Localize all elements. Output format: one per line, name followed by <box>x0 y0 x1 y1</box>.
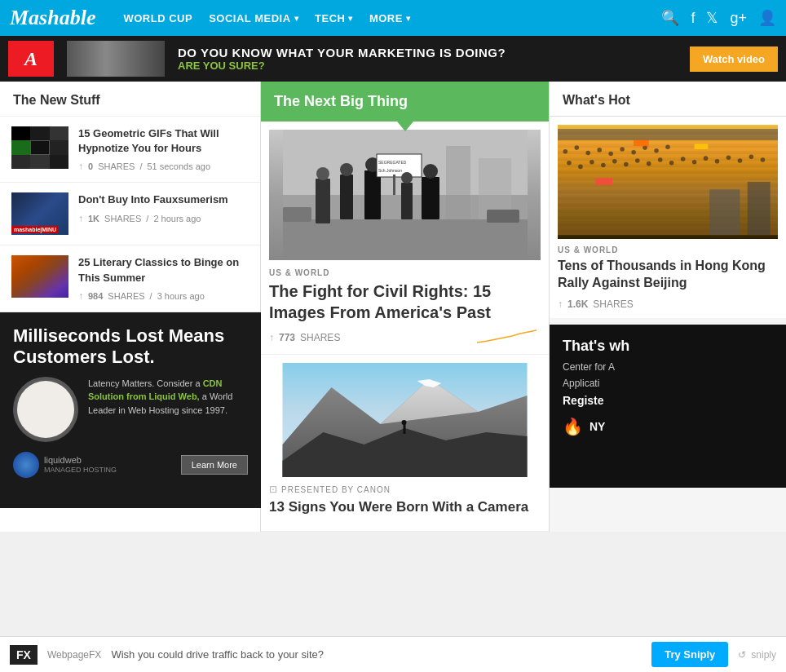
svg-text:Sch.Johnson: Sch.Johnson <box>378 168 402 173</box>
shares-label: SHARES <box>300 332 340 343</box>
shares-info: ↑ 773 SHARES <box>269 332 340 343</box>
svg-point-4 <box>316 167 329 180</box>
feature-article[interactable]: SEGREGATED Sch.Johnson <box>261 122 549 355</box>
chevron-down-icon: ▾ <box>348 14 353 23</box>
banner-image <box>67 41 165 77</box>
svg-point-38 <box>665 144 670 149</box>
svg-rect-7 <box>364 170 381 219</box>
presented-by-label: ⊡ PRESENTED BY CANON <box>269 484 541 495</box>
svg-rect-62 <box>748 182 771 235</box>
site-logo[interactable]: Mashable <box>10 6 95 30</box>
article-title: Tens of Thousands in Hong Kong Rally Aga… <box>558 258 778 292</box>
svg-point-27 <box>402 420 407 425</box>
main-content: The New Stuff 15 Geometric GIFs That Wil… <box>0 82 786 532</box>
svg-rect-58 <box>695 144 709 149</box>
svg-rect-12 <box>393 175 395 195</box>
share-icon: ↑ <box>78 161 83 172</box>
article-meta: ↑ 0 SHARES / 51 seconds ago <box>78 161 249 172</box>
ad-clock-image <box>13 377 78 442</box>
separator: / <box>146 214 148 223</box>
right-article[interactable]: US & WORLD Tens of Thousands in Hong Kon… <box>550 117 786 318</box>
svg-point-31 <box>585 151 590 156</box>
svg-point-56 <box>761 157 766 162</box>
googleplus-icon[interactable]: g+ <box>730 10 747 27</box>
article-title: 15 Geometric GIFs That Will Hypnotize Yo… <box>78 126 249 156</box>
article-thumbnail <box>11 255 68 298</box>
svg-rect-9 <box>377 154 422 177</box>
article-meta: ↑ 1.6K SHARES <box>558 298 778 310</box>
facebook-icon[interactable]: f <box>691 10 695 27</box>
banner-ad: A DO YOU KNOW WHAT YOUR MARKETING IS DOI… <box>0 36 786 82</box>
list-item[interactable]: mashable|MINU Don't Buy Into Fauxsumeris… <box>0 183 260 245</box>
article-thumbnail <box>11 126 68 169</box>
svg-point-52 <box>715 159 720 164</box>
right-advertisement: That's wh Center for A Applicati Registe… <box>550 325 786 488</box>
svg-point-30 <box>574 145 579 150</box>
shares-count: 0 <box>88 161 93 171</box>
shares-label: SHARES <box>593 298 633 310</box>
article-tag: US & WORLD <box>269 268 541 277</box>
share-icon: ↑ <box>78 290 83 302</box>
time-ago: 2 hours ago <box>153 214 201 223</box>
learn-more-button[interactable]: Learn More <box>181 455 248 475</box>
svg-rect-5 <box>340 175 353 219</box>
svg-rect-13 <box>401 183 413 219</box>
shares-count: 1K <box>88 214 99 223</box>
svg-point-29 <box>563 149 568 154</box>
svg-rect-19 <box>283 207 311 222</box>
svg-rect-3 <box>316 179 330 223</box>
nav-links: WORLD CUP SOCIAL MEDIA ▾ TECH ▾ MORE ▾ <box>115 0 661 36</box>
article-meta: ↑ 984 SHARES / 3 hours ago <box>78 290 249 302</box>
search-icon[interactable]: 🔍 <box>661 9 679 27</box>
nav-world-cup[interactable]: WORLD CUP <box>115 0 201 36</box>
shares-count: 1.6K <box>567 298 588 310</box>
article-meta: ↑ 1K SHARES / 2 hours ago <box>78 213 249 224</box>
article-title: Don't Buy Into Fauxsumerism <box>78 192 249 207</box>
center-column: The Next Big Thing <box>261 82 550 532</box>
ad-footer: liquidweb MANAGED HOSTING Learn More <box>13 452 248 478</box>
time-ago: 3 hours ago <box>157 291 205 301</box>
svg-text:SEGREGATED: SEGREGATED <box>378 160 407 165</box>
article-body: 25 Literary Classics to Binge on This Su… <box>78 255 249 301</box>
svg-point-48 <box>669 161 674 166</box>
svg-point-47 <box>658 157 663 162</box>
second-article[interactable]: ⊡ PRESENTED BY CANON 13 Signs You Were B… <box>261 355 549 532</box>
svg-point-14 <box>401 172 413 183</box>
nav-social-media[interactable]: SOCIAL MEDIA ▾ <box>201 0 307 36</box>
svg-rect-60 <box>558 129 778 140</box>
svg-point-54 <box>738 158 743 163</box>
watch-video-button[interactable]: Watch video <box>690 46 778 72</box>
list-item[interactable]: 15 Geometric GIFs That Will Hypnotize Yo… <box>0 117 260 183</box>
article-image <box>269 363 541 477</box>
chevron-down-icon: ▾ <box>406 14 411 23</box>
time-ago: 51 seconds ago <box>147 161 210 171</box>
ad-text-3: Applicati <box>563 378 773 389</box>
center-section-header: The Next Big Thing <box>261 82 549 122</box>
brand-tag: mashable|MINU <box>11 226 59 233</box>
svg-point-33 <box>608 152 613 157</box>
ad-text-1: That's wh <box>563 338 773 355</box>
svg-point-42 <box>601 163 606 168</box>
svg-point-37 <box>654 148 659 153</box>
trend-chart <box>475 329 541 346</box>
article-image <box>558 125 778 239</box>
twitter-icon[interactable]: 𝕏 <box>706 9 718 27</box>
right-column: What's Hot <box>550 82 786 532</box>
list-item[interactable]: 25 Literary Classics to Binge on This Su… <box>0 245 260 312</box>
ad-brand: liquidweb <box>44 455 117 466</box>
svg-point-45 <box>635 158 640 163</box>
shares-label: SHARES <box>98 161 135 171</box>
user-icon[interactable]: 👤 <box>758 9 776 27</box>
nav-tech[interactable]: TECH ▾ <box>307 0 361 36</box>
liquidweb-logo: liquidweb MANAGED HOSTING <box>13 452 117 478</box>
banner-subline: ARE YOU SURE? <box>178 60 677 72</box>
ad-headline: Milliseconds Lost Means Customers Lost. <box>13 325 248 369</box>
ad-body-text: Latency Matters. Consider a CDN Solution… <box>88 377 248 418</box>
article-body: 15 Geometric GIFs That Will Hypnotize Yo… <box>78 126 249 172</box>
svg-point-34 <box>620 147 625 152</box>
banner-text: DO YOU KNOW WHAT YOUR MARKETING IS DOING… <box>178 46 677 72</box>
separator: / <box>150 291 152 301</box>
nav-more[interactable]: MORE ▾ <box>361 0 419 36</box>
svg-rect-15 <box>422 177 439 219</box>
adobe-logo: A <box>8 41 54 77</box>
